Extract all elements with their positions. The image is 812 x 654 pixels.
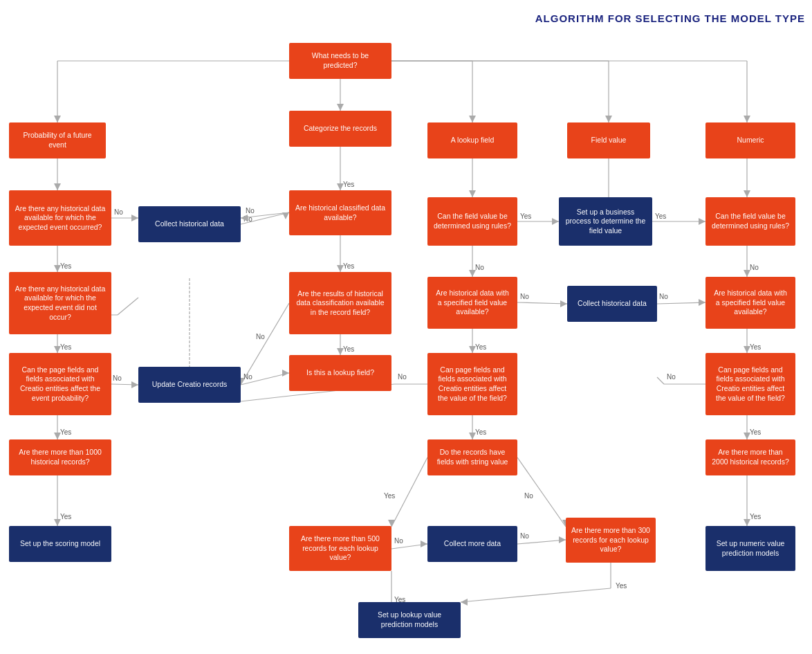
svg-text:No: No [243, 215, 252, 223]
svg-text:No: No [256, 333, 265, 340]
node-field-value: Field value [567, 122, 650, 158]
svg-line-57 [241, 373, 289, 385]
svg-text:No: No [750, 264, 759, 271]
svg-marker-10 [605, 116, 612, 122]
svg-text:No: No [113, 374, 122, 382]
svg-marker-73 [131, 381, 138, 388]
svg-text:No: No [667, 373, 676, 381]
svg-marker-29 [337, 265, 344, 272]
svg-text:No: No [520, 293, 529, 300]
node-field-value-rules-lookup: Can the field value be determined using … [427, 197, 517, 246]
svg-marker-26 [54, 265, 61, 272]
svg-text:No: No [659, 293, 668, 300]
svg-text:Yes: Yes [343, 181, 354, 188]
svg-marker-85 [469, 433, 476, 439]
node-more-than-300: Are there more than 300 records for each… [566, 518, 656, 563]
node-page-fields-affect-numeric: Can page fields and fields associated wi… [705, 353, 795, 415]
svg-text:Yes: Yes [750, 428, 761, 436]
node-lookup-field: A lookup field [427, 122, 517, 158]
svg-line-54 [241, 212, 289, 218]
svg-text:No: No [246, 207, 255, 215]
svg-marker-64 [560, 300, 567, 307]
svg-text:Yes: Yes [60, 262, 71, 270]
svg-line-93 [391, 457, 427, 527]
diagram-title: ALGORITHM FOR SELECTING THE MODEL TYPE [535, 12, 805, 24]
node-historical-field-value-lookup: Are historical data with a specified fie… [427, 277, 517, 329]
svg-marker-38 [699, 218, 705, 225]
svg-text:Yes: Yes [60, 513, 71, 520]
svg-text:Yes: Yes [60, 343, 71, 351]
svg-text:Yes: Yes [616, 582, 627, 590]
node-what-needs-predicted: What needs to be predicted? [289, 43, 391, 79]
svg-text:No: No [398, 373, 407, 381]
svg-line-96 [517, 457, 566, 527]
svg-text:Yes: Yes [343, 345, 354, 353]
node-historical-classification-results: Are the results of historical data class… [289, 272, 391, 334]
svg-marker-2 [54, 116, 61, 122]
node-categorize-records: Categorize the records [289, 111, 391, 147]
svg-text:No: No [243, 373, 252, 381]
svg-text:No: No [524, 492, 533, 500]
svg-marker-41 [744, 190, 750, 197]
node-business-process: Set up a business process to determine t… [559, 197, 652, 246]
svg-text:Yes: Yes [750, 343, 761, 351]
svg-marker-107 [461, 599, 468, 606]
svg-line-19 [241, 212, 289, 224]
svg-line-119 [657, 377, 664, 384]
node-field-value-rules-numeric: Can the field value be determined using … [705, 197, 795, 246]
svg-marker-61 [469, 270, 476, 277]
svg-marker-43 [54, 346, 61, 353]
node-historical-data-not-occurred: Are there any historical data available … [9, 272, 111, 334]
svg-line-72 [111, 384, 138, 385]
node-more-than-2000: Are there more than 2000 historical reco… [705, 439, 795, 475]
svg-text:Yes: Yes [750, 513, 761, 520]
svg-marker-32 [469, 190, 476, 197]
svg-text:Yes: Yes [343, 262, 354, 270]
svg-marker-49 [337, 348, 344, 355]
svg-line-63 [517, 302, 567, 304]
svg-text:No: No [114, 208, 123, 216]
svg-marker-113 [744, 519, 750, 526]
svg-marker-55 [241, 215, 248, 221]
node-numeric: Numeric [705, 122, 795, 158]
svg-marker-79 [744, 270, 750, 277]
svg-marker-103 [559, 536, 566, 543]
node-numeric-prediction: Set up numeric value prediction models [705, 526, 795, 571]
node-collect-more-data: Collect more data [427, 526, 517, 562]
connectors-svg: No No Yes Yes Yes Yes Yes [0, 0, 812, 654]
node-lookup-prediction: Set up lookup value prediction models [358, 602, 461, 638]
node-string-fields: Do the records have fields with string v… [427, 439, 517, 475]
node-collect-historical-right-mid: Collect historical data [567, 286, 657, 322]
node-page-fields-affect-lookup: Can page fields and fields associated wi… [427, 353, 517, 415]
node-page-fields-affect-prob: Can the page fields and fields associate… [9, 353, 111, 415]
svg-marker-23 [337, 183, 344, 190]
svg-marker-100 [421, 541, 427, 547]
svg-line-51 [241, 303, 289, 385]
svg-marker-70 [54, 433, 61, 439]
diagram-container: ALGORITHM FOR SELECTING THE MODEL TYPE N… [0, 0, 812, 654]
svg-text:No: No [520, 532, 529, 540]
svg-marker-15 [54, 183, 61, 190]
svg-text:Yes: Yes [475, 343, 486, 351]
svg-marker-34 [552, 218, 559, 225]
svg-line-46 [118, 298, 138, 315]
node-probability-future-event: Probability of a future event [9, 122, 106, 158]
svg-text:Yes: Yes [60, 428, 71, 436]
svg-text:Yes: Yes [384, 492, 395, 500]
svg-line-99 [391, 544, 427, 549]
svg-line-66 [657, 302, 705, 304]
svg-marker-20 [282, 212, 289, 219]
node-update-creatio: Update Creatio records [138, 367, 241, 403]
node-more-than-500: Are there more than 500 records for each… [289, 526, 391, 571]
svg-marker-67 [699, 299, 705, 306]
svg-marker-13 [744, 116, 750, 122]
svg-marker-82 [744, 346, 750, 353]
svg-text:No: No [475, 264, 484, 271]
svg-marker-4 [337, 104, 344, 111]
svg-marker-76 [469, 346, 476, 353]
node-historical-data-occurred: Are there any historical data available … [9, 190, 111, 246]
svg-marker-91 [54, 519, 61, 526]
node-collect-historical-left: Collect historical data [138, 206, 241, 242]
svg-text:Yes: Yes [520, 212, 531, 220]
svg-marker-17 [131, 215, 138, 221]
